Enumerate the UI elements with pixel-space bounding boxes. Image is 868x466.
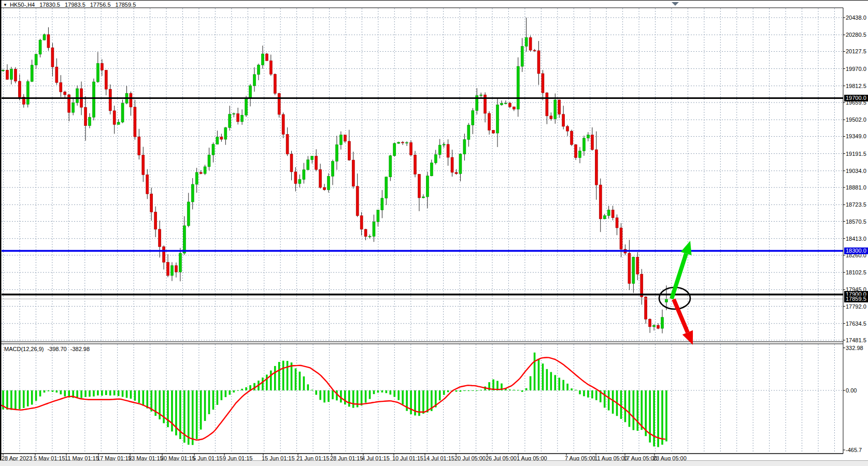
- bullish-arrow-head[interactable]: [681, 241, 692, 255]
- macd-bar: [422, 390, 424, 414]
- macd-bar: [270, 371, 272, 390]
- macd-bar: [245, 387, 247, 390]
- bearish-candle: [274, 74, 276, 93]
- macd-bar: [262, 377, 264, 390]
- macd-bar: [134, 390, 136, 401]
- macd-bar: [562, 380, 564, 390]
- bearish-candle: [323, 187, 326, 190]
- bearish-candle: [492, 130, 495, 134]
- bearish-candle: [645, 297, 647, 319]
- bearish-candle: [146, 174, 149, 194]
- macd-bar: [386, 390, 388, 393]
- bearish-candle: [138, 137, 140, 155]
- bearish-candle: [455, 172, 458, 173]
- bullish-candle: [212, 144, 215, 155]
- macd-bar: [641, 390, 643, 430]
- macd-bar: [97, 390, 99, 396]
- bullish-candle: [208, 155, 210, 167]
- macd-bar: [31, 390, 33, 404]
- chart-shift-marker-icon[interactable]: [672, 2, 679, 6]
- bullish-candle: [216, 137, 219, 144]
- bearish-candle: [620, 228, 622, 249]
- bullish-candle: [517, 66, 519, 109]
- bullish-arrow[interactable]: [672, 254, 686, 299]
- bearish-candle: [159, 229, 161, 247]
- macd-bar: [525, 388, 528, 390]
- macd-bar: [464, 390, 466, 391]
- macd-bar: [84, 390, 87, 397]
- bearish-candle: [550, 116, 552, 119]
- bullish-candle: [653, 325, 656, 327]
- macd-bar: [10, 390, 12, 410]
- macd-bar: [27, 390, 29, 406]
- bullish-candle: [311, 156, 314, 159]
- macd-bar: [130, 390, 132, 399]
- macd-bar: [390, 390, 392, 395]
- bullish-candle: [191, 184, 194, 202]
- bearish-candle: [546, 93, 548, 116]
- bullish-candle: [397, 142, 400, 143]
- macd-bar: [546, 369, 548, 390]
- macd-bar: [447, 390, 449, 392]
- macd-bar: [373, 390, 375, 394]
- bearish-candle: [84, 107, 87, 125]
- macd-bar: [550, 372, 552, 390]
- quote-close: 17859.5: [116, 2, 136, 8]
- macd-bar: [653, 390, 655, 446]
- macd-bar: [393, 390, 395, 397]
- macd-bar: [443, 390, 445, 395]
- bearish-candle: [529, 38, 532, 50]
- bearish-candle: [616, 218, 618, 228]
- bullish-candle: [257, 65, 260, 75]
- macd-bar: [122, 390, 124, 397]
- bullish-candle: [245, 98, 248, 115]
- bearish-candle: [130, 93, 132, 107]
- chart-canvas[interactable]: [0, 1, 868, 466]
- macd-bar: [105, 390, 107, 395]
- macd-bar: [60, 390, 62, 395]
- bearish-candle: [14, 69, 17, 81]
- bullish-candle: [443, 144, 445, 145]
- bearish-candle: [451, 157, 453, 172]
- macd-bar: [15, 390, 17, 410]
- macd-bar: [48, 390, 50, 391]
- macd-bar: [146, 390, 148, 409]
- bearish-candle: [51, 48, 54, 67]
- macd-bar: [200, 390, 202, 430]
- macd-bar: [89, 390, 91, 397]
- bullish-candle: [603, 215, 606, 219]
- macd-bar: [665, 390, 667, 441]
- bearish-candle: [175, 266, 177, 272]
- bearish-candle: [410, 142, 412, 155]
- macd-bar: [217, 390, 219, 405]
- bullish-candle: [241, 115, 244, 122]
- macd-bar: [52, 390, 54, 392]
- bullish-candle: [76, 89, 79, 103]
- macd-bar: [101, 390, 103, 396]
- bearish-candle: [595, 150, 597, 185]
- macd-bar: [575, 390, 577, 390]
- bearish-candle: [558, 100, 561, 114]
- bullish-candle: [261, 54, 264, 65]
- left-window-border: [0, 1, 2, 460]
- bearish-candle: [657, 325, 660, 328]
- macd-bar: [534, 353, 536, 390]
- bullish-candle: [368, 236, 371, 237]
- macd-bar: [558, 377, 560, 390]
- macd-bar: [456, 390, 458, 391]
- bullish-candle: [335, 144, 338, 161]
- bullish-candle: [2, 70, 5, 70]
- macd-bar: [118, 390, 120, 396]
- price-tick-label: 20438.0: [846, 14, 866, 21]
- price-tick-label: 19034.0: [846, 168, 866, 174]
- bearish-candle: [641, 274, 643, 297]
- macd-bar: [517, 390, 519, 390]
- macd-tick-label: 0.00: [846, 387, 857, 394]
- macd-bar: [530, 376, 532, 390]
- macd-bar: [472, 390, 474, 391]
- bearish-arrow[interactable]: [674, 299, 688, 332]
- symbol-dropdown-icon[interactable]: ▼: [3, 3, 7, 7]
- bullish-candle: [10, 69, 12, 80]
- macd-bar: [212, 390, 215, 410]
- bullish-candle: [26, 81, 29, 104]
